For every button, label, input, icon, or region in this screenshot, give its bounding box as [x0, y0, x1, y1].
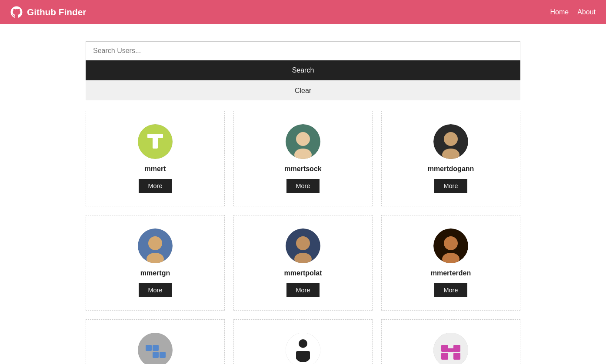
svg-rect-21 [160, 345, 166, 351]
user-card: mmertz More [86, 319, 225, 364]
svg-rect-34 [447, 348, 454, 352]
svg-point-10 [148, 236, 162, 250]
svg-rect-2 [153, 136, 158, 149]
user-avatar [433, 333, 468, 364]
svg-point-4 [296, 132, 310, 146]
user-name: mmerterden [431, 269, 471, 277]
more-button[interactable]: More [139, 283, 172, 297]
user-card: mmerth More [381, 319, 520, 364]
svg-point-13 [296, 236, 310, 250]
user-avatar [286, 124, 320, 159]
svg-rect-30 [441, 345, 448, 352]
svg-rect-28 [296, 351, 310, 360]
svg-point-16 [444, 236, 458, 250]
search-input[interactable] [86, 41, 520, 60]
user-avatar [286, 228, 320, 263]
user-name: mmertsock [284, 165, 321, 173]
svg-rect-20 [153, 345, 159, 351]
user-name: mmertdogann [428, 165, 474, 173]
more-button[interactable]: More [286, 283, 320, 297]
user-name: mmertpolat [284, 269, 322, 277]
user-avatar [138, 333, 173, 364]
user-grid: mmert More mmertsock More mmertdogann Mo… [86, 111, 520, 364]
user-avatar [433, 124, 468, 159]
clear-button[interactable]: Clear [86, 81, 520, 100]
svg-rect-33 [453, 353, 460, 360]
user-card: mmertdogann More [381, 111, 520, 206]
user-card: mmertsock More [233, 111, 373, 206]
user-card: mmertgn More [86, 215, 225, 311]
main-content: Search Clear mmert More mmertsock More [77, 41, 529, 364]
more-button[interactable]: More [434, 283, 468, 297]
more-button[interactable]: More [434, 179, 468, 193]
user-card: mmert More [86, 111, 225, 206]
github-icon [10, 6, 23, 18]
svg-rect-22 [146, 352, 152, 358]
user-avatar [138, 124, 173, 159]
svg-point-7 [444, 132, 458, 146]
brand-label: Github Finder [27, 7, 86, 17]
navbar: Github Finder Home About [0, 0, 606, 24]
user-card: mmerterden More [381, 215, 520, 311]
brand: Github Finder [10, 6, 86, 18]
more-button[interactable]: More [139, 179, 172, 193]
user-card: mmerttccolakk More [233, 319, 373, 364]
user-card: mmertpolat More [233, 215, 373, 311]
svg-rect-24 [160, 352, 166, 358]
svg-rect-19 [146, 345, 152, 351]
home-link[interactable]: Home [550, 8, 569, 16]
user-avatar [286, 333, 320, 364]
svg-rect-32 [441, 353, 448, 360]
svg-rect-31 [453, 345, 460, 352]
user-name: mmertgn [140, 269, 170, 277]
svg-rect-23 [153, 352, 159, 358]
user-avatar [433, 228, 468, 263]
navbar-links: Home About [550, 8, 596, 16]
user-name: mmert [145, 165, 166, 173]
search-button[interactable]: Search [86, 60, 520, 80]
svg-point-26 [299, 339, 307, 348]
about-link[interactable]: About [577, 8, 596, 16]
user-avatar [138, 228, 173, 263]
more-button[interactable]: More [286, 179, 320, 193]
